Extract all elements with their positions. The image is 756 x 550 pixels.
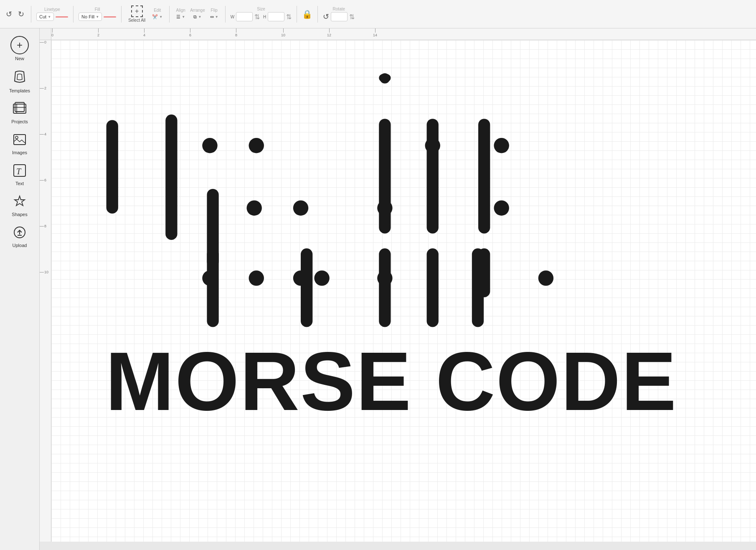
- arrange-icon: ⧉: [193, 14, 197, 20]
- svg-text:T: T: [16, 167, 22, 176]
- sidebar-text-label: Text: [15, 181, 24, 186]
- linetype-section: Linetype Cut ▼: [36, 7, 68, 21]
- edit-dropdown[interactable]: ✂️ ▼: [150, 13, 164, 20]
- svg-point-23: [380, 73, 390, 83]
- images-icon: [13, 132, 27, 148]
- width-label: W: [231, 15, 234, 19]
- rotate-input[interactable]: [331, 12, 348, 21]
- ruler-v-tick-2: 2: [40, 86, 46, 90]
- linetype-value: Cut: [39, 14, 46, 19]
- flip-icon: ⇔: [210, 14, 214, 20]
- svg-rect-29: [427, 248, 439, 327]
- height-input[interactable]: [268, 12, 284, 21]
- svg-point-27: [377, 270, 392, 286]
- ruler-v-tick-0: 0: [40, 40, 46, 44]
- align-button[interactable]: ☰ ▼: [175, 13, 187, 20]
- sidebar-item-projects[interactable]: Projects: [2, 98, 38, 127]
- svg-text:MORSE CODE: MORSE CODE: [106, 335, 677, 428]
- main-content: + New Templates Proj: [0, 28, 756, 550]
- ruler-h-ticks: 02468101214: [51, 28, 756, 40]
- linetype-controls: Cut ▼: [36, 13, 68, 21]
- divider-1: [31, 6, 31, 23]
- width-input[interactable]: [236, 12, 253, 21]
- height-label: H: [263, 15, 266, 19]
- svg-rect-4: [14, 135, 25, 145]
- ruler-corner: [40, 28, 51, 40]
- ruler-v-tick-8: 8: [40, 224, 46, 228]
- rotate-icon: ↻: [323, 12, 329, 21]
- ruler-vertical: 0246810: [40, 40, 51, 542]
- edit-controls: ✂️ ▼: [150, 13, 164, 20]
- ruler-v-tick-10: 10: [40, 270, 48, 274]
- new-icon: +: [10, 36, 29, 54]
- align-section: Align ☰ ▼: [175, 8, 187, 20]
- canvas-grid[interactable]: MORSE CODE: [51, 40, 756, 542]
- ruler-v-tick-4: 4: [40, 132, 46, 136]
- sidebar-images-label: Images: [12, 150, 27, 155]
- svg-rect-24: [379, 119, 391, 234]
- sidebar-item-shapes[interactable]: Shapes: [2, 191, 38, 220]
- arrange-button[interactable]: ⧉ ▼: [192, 13, 203, 20]
- sidebar-item-upload[interactable]: Upload: [2, 222, 38, 251]
- ruler-h-tick-8: 8: [235, 28, 237, 37]
- align-chevron: ▼: [182, 15, 185, 19]
- fill-value: No Fill: [81, 14, 94, 19]
- svg-point-19: [247, 200, 262, 216]
- select-all-label: Select All: [128, 18, 145, 23]
- lock-section: 🔒: [302, 9, 312, 19]
- fill-chevron: ▼: [96, 15, 99, 19]
- linetype-dropdown[interactable]: Cut ▼: [36, 13, 54, 21]
- select-all-button[interactable]: + Select All: [127, 4, 147, 24]
- size-controls: W ⇅ H ⇅: [231, 12, 292, 21]
- divider-5: [225, 6, 226, 23]
- svg-point-18: [293, 270, 308, 286]
- sidebar-item-images[interactable]: Images: [2, 129, 38, 158]
- sidebar-item-templates[interactable]: Templates: [2, 66, 38, 97]
- ruler-h-tick-12: 12: [327, 28, 331, 37]
- rotate-controls: ↻ ⇅: [323, 12, 355, 21]
- rotate-label: Rotate: [333, 7, 345, 11]
- sidebar-item-new[interactable]: + New: [2, 33, 38, 64]
- align-icon: ☰: [176, 14, 180, 20]
- edit-icon: ✂️: [152, 14, 158, 20]
- sidebar-upload-label: Upload: [13, 243, 27, 248]
- fill-color: [104, 16, 116, 18]
- flip-label: Flip: [211, 8, 218, 13]
- linetype-color: [56, 16, 68, 18]
- svg-point-5: [15, 136, 18, 139]
- redo-button[interactable]: ↻: [16, 8, 26, 20]
- select-all-icon: +: [131, 5, 143, 17]
- divider-2: [73, 6, 74, 23]
- size-section: Size W ⇅ H ⇅: [231, 7, 292, 21]
- ruler-h-tick-10: 10: [281, 28, 285, 37]
- undo-button[interactable]: ↺: [4, 8, 14, 20]
- divider-3: [121, 6, 122, 23]
- arrange-section: Arrange ⧉ ▼: [190, 8, 205, 20]
- fill-controls: No Fill ▼: [79, 13, 116, 21]
- upload-icon: [13, 225, 27, 241]
- templates-icon: [12, 69, 27, 87]
- svg-point-36: [538, 270, 553, 286]
- flip-button[interactable]: ⇔ ▼: [208, 13, 220, 20]
- svg-point-25: [377, 200, 392, 216]
- edit-section: Edit ✂️ ▼: [150, 8, 164, 20]
- text-icon: T: [13, 163, 27, 179]
- svg-point-11: [202, 138, 217, 153]
- flip-section: Flip ⇔ ▼: [208, 8, 220, 20]
- sidebar-item-text[interactable]: T Text: [2, 160, 38, 189]
- linetype-chevron: ▼: [48, 15, 51, 19]
- ruler-h-tick-4: 4: [143, 28, 145, 37]
- undo-redo-group: ↺ ↻: [4, 8, 26, 20]
- toolbar: ↺ ↻ Linetype Cut ▼ Fill No Fill ▼ +: [0, 0, 756, 28]
- ruler-horizontal: 02468101214: [51, 28, 756, 40]
- sidebar-new-label: New: [15, 56, 24, 61]
- height-arrows: ⇅: [286, 13, 292, 21]
- width-arrows: ⇅: [254, 13, 260, 21]
- fill-label: Fill: [95, 7, 100, 12]
- sidebar: + New Templates Proj: [0, 28, 40, 550]
- canvas-container[interactable]: 02468101214 0246810: [40, 28, 756, 550]
- ruler-h-tick-6: 6: [189, 28, 191, 37]
- divider-6: [297, 6, 297, 23]
- edit-chevron: ▼: [159, 15, 162, 19]
- fill-dropdown[interactable]: No Fill ▼: [79, 13, 102, 21]
